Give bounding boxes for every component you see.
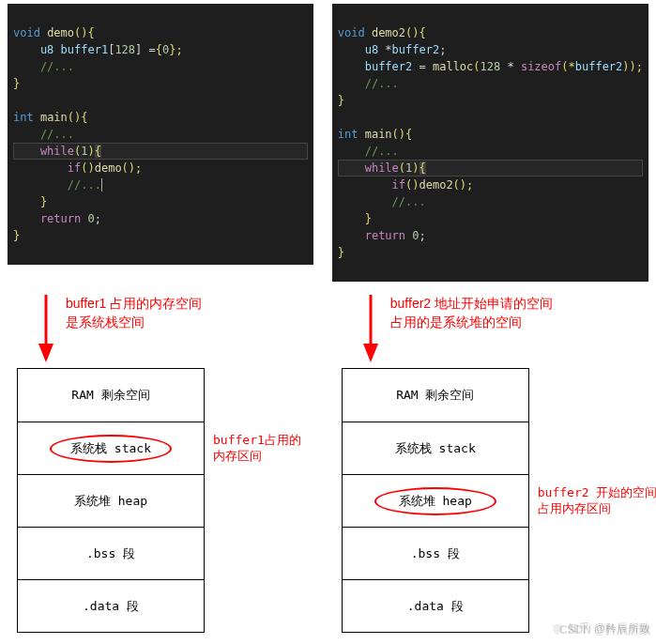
- table-cell-stack: 系统栈 stack buffer1占用的 内存区间: [18, 422, 204, 474]
- right-code-block: void demo2(){ u8 *buffer2; buffer2 = mal…: [332, 4, 648, 282]
- down-arrow-icon: [360, 295, 381, 362]
- left-code-block: void demo(){ u8 buffer1[128] ={0}; //...…: [8, 4, 313, 265]
- right-column: void demo2(){ u8 *buffer2; buffer2 = mal…: [332, 4, 648, 633]
- right-memory-table: RAM 剩余空间 系统栈 stack 系统堆 heap buffer2 开始的空…: [342, 368, 529, 633]
- right-arrow-annotation: buffer2 地址开始申请的空间 占用的是系统堆的空间: [390, 295, 553, 331]
- right-circle-annotation: buffer2 开始的空间 占用内存区间: [538, 485, 656, 517]
- svg-marker-1: [38, 344, 53, 362]
- table-cell-ram: RAM 剩余空间: [18, 369, 204, 422]
- svg-marker-3: [363, 344, 378, 362]
- keyword-void: void: [13, 26, 40, 39]
- table-cell-bss: .bss 段: [343, 527, 528, 579]
- left-column: void demo(){ u8 buffer1[128] ={0}; //...…: [8, 4, 313, 633]
- table-cell-ram: RAM 剩余空间: [343, 369, 528, 422]
- table-cell-stack: 系统栈 stack: [343, 422, 528, 474]
- left-memory-table: RAM 剩余空间 系统栈 stack buffer1占用的 内存区间 系统堆 h…: [17, 368, 205, 633]
- left-circle-annotation: buffer1占用的 内存区间: [213, 433, 344, 465]
- red-circle-icon: [50, 435, 172, 463]
- table-cell-data: .data 段: [18, 579, 204, 632]
- table-cell-heap: 系统堆 heap: [18, 474, 204, 527]
- left-arrow-annotation: buffer1 占用的内存空间 是系统栈空间: [66, 295, 202, 331]
- red-circle-icon: [374, 487, 496, 515]
- table-cell-heap: 系统堆 heap buffer2 开始的空间 占用内存区间: [343, 474, 528, 527]
- down-arrow-icon: [36, 295, 56, 362]
- table-cell-data: .data 段: [343, 579, 528, 632]
- table-cell-bss: .bss 段: [18, 527, 204, 579]
